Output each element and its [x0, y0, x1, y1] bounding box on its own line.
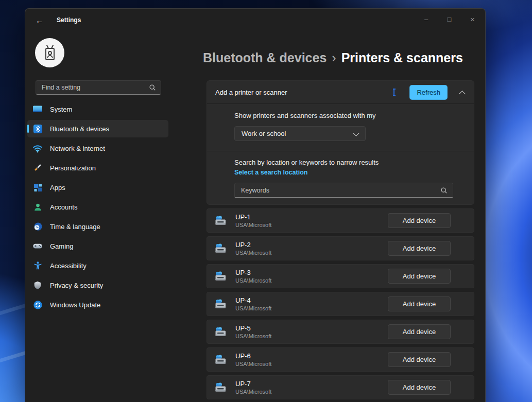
printer-name: UP-2	[235, 241, 271, 249]
add-device-button[interactable]: Add device	[388, 269, 451, 284]
wifi-icon	[32, 143, 43, 153]
sidebar-item-label: Gaming	[50, 242, 74, 250]
sidebar-item-label: Personalization	[50, 164, 96, 172]
breadcrumb-parent[interactable]: Bluetooth & devices	[203, 50, 327, 65]
avatar[interactable]	[35, 38, 64, 67]
breadcrumb-separator: ›	[332, 50, 336, 65]
cloud-printer-icon	[214, 242, 228, 255]
cloud-printer-icon	[214, 270, 228, 283]
settings-window: ← Settings – □ ×	[25, 8, 486, 402]
printer-row: UP-7USA\Microsoft Add device	[207, 375, 474, 399]
dropdown-selected-value: Work or school	[242, 130, 354, 137]
sidebar-item-label: Windows Update	[50, 301, 100, 309]
shield-icon	[32, 280, 43, 290]
printer-location: USA\Microsoft	[235, 360, 271, 368]
sidebar-item-time-language[interactable]: Time & language	[27, 218, 168, 235]
page-title: Bluetooth & devices›Printers & scanners	[203, 49, 476, 66]
bluetooth-icon	[32, 124, 43, 134]
add-device-button[interactable]: Add device	[388, 241, 451, 256]
cloud-printer-icon	[214, 381, 228, 394]
cloud-printer-icon	[214, 326, 228, 338]
refresh-button[interactable]: Refresh	[409, 85, 448, 100]
sidebar-item-label: Privacy & security	[50, 282, 103, 289]
select-search-location-link[interactable]: Select a search location	[234, 169, 307, 176]
keywords-searchbox[interactable]	[234, 183, 453, 198]
add-printer-label: Add a printer or scanner	[215, 89, 393, 96]
printer-location: USA\Microsoft	[235, 249, 271, 256]
apps-grid-icon	[32, 182, 43, 193]
cloud-printer-icon	[214, 298, 228, 310]
system-monitor-icon	[32, 104, 43, 114]
keywords-input[interactable]	[240, 186, 440, 195]
breadcrumb-current: Printers & scanners	[341, 50, 463, 65]
printer-results-list: UP-1USA\Microsoft Add device UP-2USA\Mic…	[207, 208, 474, 402]
app-title: Settings	[57, 16, 81, 24]
chevron-down-icon	[353, 130, 359, 136]
sidebar-item-bluetooth-devices[interactable]: Bluetooth & devices	[27, 120, 168, 137]
sidebar-item-gaming[interactable]: Gaming	[27, 237, 168, 255]
back-arrow-icon[interactable]: ←	[36, 16, 43, 25]
sidebar-item-label: Accessibility	[50, 262, 87, 270]
find-setting-searchbox[interactable]	[36, 80, 161, 95]
printer-row: UP-3USA\Microsoft Add device	[207, 264, 474, 288]
sidebar-item-privacy-security[interactable]: Privacy & security	[27, 276, 168, 294]
sidebar-item-label: Time & language	[50, 223, 100, 231]
sidebar-item-apps[interactable]: Apps	[27, 179, 168, 196]
titlebar: ← Settings – □ ×	[25, 9, 485, 31]
window-controls: – □ ×	[415, 10, 484, 28]
sidebar-item-personalization[interactable]: Personalization	[27, 159, 168, 177]
chevron-up-icon[interactable]	[459, 91, 466, 97]
printer-name: UP-4	[235, 296, 271, 305]
main-content: Bluetooth & devices›Printers & scanners …	[203, 46, 476, 402]
printer-location: USA\Microsoft	[235, 305, 271, 312]
printer-name: UP-7	[235, 380, 271, 388]
sidebar-item-accounts[interactable]: Accounts	[27, 198, 168, 216]
search-section: Search by location or keywords to narrow…	[207, 151, 474, 204]
accessibility-person-icon	[32, 260, 43, 271]
maximize-button[interactable]: □	[438, 10, 461, 28]
sidebar-item-label: Network & internet	[50, 145, 105, 152]
find-setting-input[interactable]	[41, 83, 149, 92]
selected-accent-pill	[27, 125, 29, 133]
printer-row: UP-1USA\Microsoft Add device	[207, 208, 474, 233]
sidebar-item-label: Apps	[50, 184, 65, 191]
sidebar-item-label: Accounts	[50, 203, 77, 211]
add-device-button[interactable]: Add device	[388, 352, 451, 367]
search-icon	[440, 187, 448, 194]
printer-location: USA\Microsoft	[235, 333, 271, 340]
cloud-printer-icon	[214, 354, 228, 366]
sidebar-item-accessibility[interactable]: Accessibility	[27, 257, 168, 274]
clock-globe-icon	[32, 221, 43, 232]
minimize-button[interactable]: –	[415, 10, 438, 28]
sidebar-item-network-internet[interactable]: Network & internet	[27, 139, 168, 157]
search-icon	[149, 84, 156, 91]
filter-label: Show printers and scanners associated wi…	[234, 112, 474, 119]
add-device-button[interactable]: Add device	[388, 296, 451, 311]
add-printer-expander-card: Add a printer or scanner Refresh Show pr…	[207, 80, 474, 205]
sidebar-nav: System Bluetooth & devices	[27, 100, 168, 316]
add-printer-header-row: Add a printer or scanner Refresh	[207, 81, 474, 103]
sidebar-item-windows-update[interactable]: Windows Update	[27, 296, 168, 313]
paintbrush-icon	[32, 163, 43, 173]
sidebar-item-system[interactable]: System	[27, 100, 168, 118]
close-button[interactable]: ×	[461, 10, 484, 28]
printer-row: UP-4USA\Microsoft Add device	[207, 292, 474, 316]
association-dropdown[interactable]: Work or school	[234, 126, 366, 141]
printer-name: UP-5	[235, 324, 271, 333]
printer-name: UP-1	[235, 213, 271, 221]
add-device-button[interactable]: Add device	[388, 380, 451, 395]
search-section-label: Search by location or keywords to narrow…	[234, 159, 474, 166]
add-device-button[interactable]: Add device	[388, 324, 451, 339]
id-badge-icon	[42, 44, 58, 62]
add-device-button[interactable]: Add device	[388, 213, 451, 228]
update-arrows-icon	[32, 300, 43, 310]
desktop: ← Settings – □ ×	[0, 0, 532, 402]
printer-row: UP-5USA\Microsoft Add device	[207, 320, 474, 344]
cloud-printer-icon	[214, 215, 228, 227]
filter-section: Show printers and scanners associated wi…	[207, 103, 474, 151]
sidebar-item-label: Bluetooth & devices	[50, 125, 109, 133]
printer-name: UP-3	[235, 269, 271, 277]
printer-row: UP-2USA\Microsoft Add device	[207, 236, 474, 260]
text-cursor-icon	[393, 89, 394, 96]
printer-location: USA\Microsoft	[235, 221, 271, 229]
